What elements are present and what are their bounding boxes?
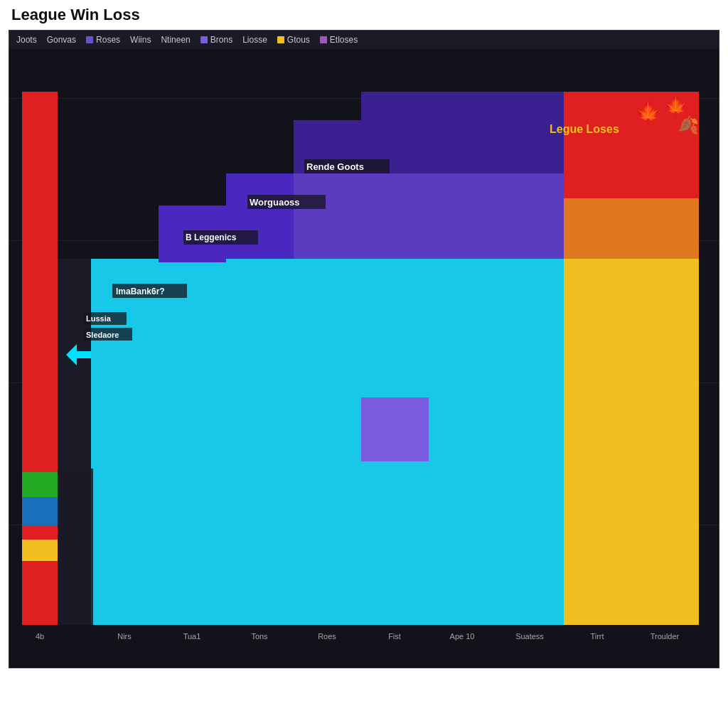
xlabel-tirrt: Tirrt (590, 632, 604, 641)
toolbar-item-joots[interactable]: Joots (16, 35, 37, 45)
bar-9-yellow (564, 259, 631, 625)
xlabel-tua1: Tua1 (183, 632, 201, 641)
chart-area: 4b Nirs Tua1 Tons Roes Fist Ape 10 Suate… (9, 49, 719, 668)
stair-base (58, 469, 93, 625)
bar-1-green (22, 472, 58, 497)
bar-6-purple (361, 173, 429, 259)
wiins-label: Wiins (130, 35, 151, 45)
brons-color-dot (200, 36, 208, 43)
leaf-icon-1: 🍁 (635, 100, 662, 126)
rende-goots-label: Rende Goots (306, 161, 364, 172)
bar-6-violet (361, 397, 429, 461)
bar-1-yellow (22, 540, 58, 561)
gonvas-label: Gonvas (47, 35, 76, 45)
bar-chart-svg: 4b Nirs Tua1 Tons Roes Fist Ape 10 Suate… (9, 49, 719, 646)
bar-8-purple (496, 173, 564, 259)
joots-label: Joots (16, 35, 37, 45)
toolbar-item-brons[interactable]: Brons (200, 35, 232, 45)
toolbar-item-gtous[interactable]: Gtous (277, 35, 310, 45)
bar-8-cyan (496, 259, 564, 625)
toolbar-item-ntineen[interactable]: Ntineen (161, 35, 190, 45)
xlabel-roes: Roes (318, 632, 336, 641)
bar-3-cyan (159, 205, 226, 625)
brons-label: Brons (210, 35, 232, 45)
bar-7-indigo (429, 92, 496, 173)
lussia-label: Lussia (86, 314, 112, 323)
bar-5-cyan (294, 259, 361, 625)
xlabel-suatess: Suatess (515, 632, 544, 641)
bar-9-orange (564, 198, 631, 259)
bar-7-purple (429, 173, 496, 259)
league-loses-label: Legue Loses (550, 123, 619, 135)
bar-10-yellow (631, 259, 699, 625)
gtous-label: Gtous (287, 35, 310, 45)
xlabel-4b: 4b (36, 632, 44, 641)
toolbar-item-liosse[interactable]: Liosse (242, 35, 267, 45)
xlabel-nirs: Nirs (117, 632, 132, 641)
worguaoss-label: Worguaoss (250, 197, 300, 208)
bar-10-orange (631, 198, 699, 259)
roses-color-dot (86, 36, 93, 43)
bar-9-red (564, 92, 631, 198)
chart-container: Joots Gonvas Roses Wiins Ntineen Brons L… (9, 30, 719, 668)
xlabel-tons: Tons (251, 632, 268, 641)
bar-7-cyan (429, 259, 496, 625)
bar-5-purple (294, 173, 361, 259)
toolbar[interactable]: Joots Gonvas Roses Wiins Ntineen Brons L… (9, 31, 719, 49)
liosse-label: Liosse (242, 35, 267, 45)
sledaore-label: Sledaore (86, 331, 119, 339)
xlabel-troulder: Troulder (651, 632, 680, 641)
gtous-color-dot (277, 36, 284, 43)
leggenics-label: B Leggenics (186, 232, 237, 242)
ntineen-label: Ntineen (161, 35, 190, 45)
toolbar-item-gonvas[interactable]: Gonvas (47, 35, 76, 45)
etloses-label: Etloses (330, 35, 358, 45)
xlabel-ape10: Ape 10 (450, 632, 475, 641)
bar-4-cyan (226, 259, 294, 625)
bar-1-blue (22, 497, 58, 525)
toolbar-item-roses[interactable]: Roses (86, 35, 120, 45)
roses-label: Roses (96, 35, 120, 45)
etloses-color-dot (320, 36, 327, 43)
leaf-icon-3: 🍂 (678, 114, 699, 135)
ima-banker-label: ImaBank6r? (116, 287, 165, 296)
toolbar-item-etloses[interactable]: Etloses (320, 35, 358, 45)
xlabel-fist: Fist (388, 632, 401, 641)
toolbar-item-wiins[interactable]: Wiins (130, 35, 151, 45)
page-title: League Win Loss (0, 0, 728, 30)
bar-4-purple (226, 173, 294, 259)
